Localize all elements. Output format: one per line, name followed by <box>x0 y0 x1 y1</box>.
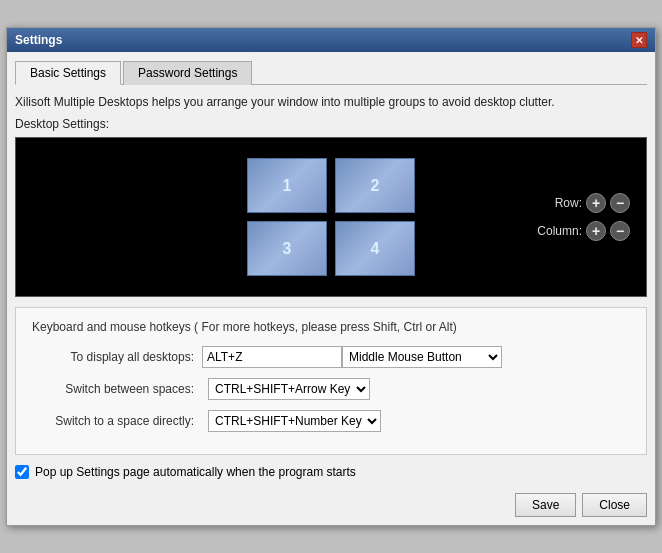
grid-row-1: 1 2 <box>247 158 415 213</box>
tab-password-settings[interactable]: Password Settings <box>123 61 252 85</box>
save-button[interactable]: Save <box>515 493 576 517</box>
window-title: Settings <box>15 33 62 47</box>
row-remove-button[interactable]: − <box>610 193 630 213</box>
description-text: Xilisoft Multiple Desktops helps you arr… <box>15 95 647 109</box>
hotkeys-title: Keyboard and mouse hotkeys ( For more ho… <box>32 320 630 334</box>
window-body: Basic Settings Password Settings Xilisof… <box>7 52 655 525</box>
grid-cell-1[interactable]: 1 <box>247 158 327 213</box>
close-button[interactable]: Close <box>582 493 647 517</box>
grid-cell-2[interactable]: 2 <box>335 158 415 213</box>
popup-checkbox-label: Pop up Settings page automatically when … <box>35 465 356 479</box>
column-add-button[interactable]: + <box>586 221 606 241</box>
button-row: Save Close <box>15 489 647 517</box>
grid-cell-3[interactable]: 3 <box>247 221 327 276</box>
hotkey-switch-label: Switch between spaces: <box>32 382 202 396</box>
hotkey-row-direct: Switch to a space directly: CTRL+SHIFT+N… <box>32 410 630 432</box>
grid-controls: Row: + − Column: + − <box>537 193 630 241</box>
hotkeys-section: Keyboard and mouse hotkeys ( For more ho… <box>15 307 647 455</box>
title-bar: Settings ✕ <box>7 28 655 52</box>
column-control: Column: + − <box>537 221 630 241</box>
row-control: Row: + − <box>555 193 630 213</box>
hotkey-display-input[interactable] <box>202 346 342 368</box>
desktop-settings-box: 1 2 3 4 Row: + − Column: + − <box>15 137 647 297</box>
window-close-button[interactable]: ✕ <box>631 32 647 48</box>
row-label: Row: <box>555 196 582 210</box>
settings-window: Settings ✕ Basic Settings Password Setti… <box>6 27 656 526</box>
tab-basic-settings[interactable]: Basic Settings <box>15 61 121 85</box>
hotkey-display-label: To display all desktops: <box>32 350 202 364</box>
grid-cell-4[interactable]: 4 <box>335 221 415 276</box>
hotkey-direct-label: Switch to a space directly: <box>32 414 202 428</box>
hotkey-switch-select[interactable]: CTRL+SHIFT+Arrow Key ALT+Arrow Key <box>208 378 370 400</box>
hotkey-display-select[interactable]: Middle Mouse Button Left Mouse Button Ri… <box>342 346 502 368</box>
hotkey-row-switch: Switch between spaces: CTRL+SHIFT+Arrow … <box>32 378 630 400</box>
hotkey-row-display: To display all desktops: Middle Mouse Bu… <box>32 346 630 368</box>
desktop-section-label: Desktop Settings: <box>15 117 647 131</box>
row-add-button[interactable]: + <box>586 193 606 213</box>
hotkey-direct-select[interactable]: CTRL+SHIFT+Number Key ALT+Number Key <box>208 410 381 432</box>
column-remove-button[interactable]: − <box>610 221 630 241</box>
tabs-container: Basic Settings Password Settings <box>15 60 647 85</box>
popup-checkbox[interactable] <box>15 465 29 479</box>
popup-checkbox-row: Pop up Settings page automatically when … <box>15 465 647 479</box>
column-label: Column: <box>537 224 582 238</box>
grid-row-2: 3 4 <box>247 221 415 276</box>
